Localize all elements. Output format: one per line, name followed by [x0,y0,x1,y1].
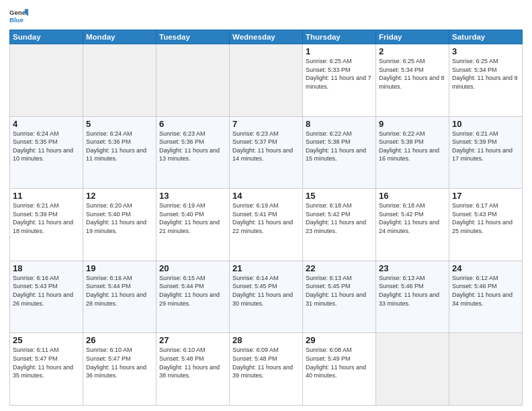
day-number: 16 [379,191,446,201]
day-cell: 28Sunrise: 6:09 AM Sunset: 5:48 PM Dayli… [230,333,303,406]
day-number: 22 [306,263,373,273]
day-info: Sunrise: 6:24 AM Sunset: 5:35 PM Dayligh… [13,130,80,163]
logo: General Blue [9,7,28,26]
logo-icon: General Blue [9,7,28,26]
header: General Blue [9,7,523,26]
day-number: 26 [86,335,153,345]
day-number: 1 [306,46,373,56]
day-cell: 21Sunrise: 6:14 AM Sunset: 5:45 PM Dayli… [230,261,303,333]
day-number: 8 [306,119,373,129]
calendar-table: SundayMondayTuesdayWednesdayThursdayFrid… [9,30,523,406]
day-cell: 29Sunrise: 6:08 AM Sunset: 5:49 PM Dayli… [303,333,376,406]
day-info: Sunrise: 6:19 AM Sunset: 5:40 PM Dayligh… [159,201,226,235]
day-number: 2 [379,46,446,56]
day-info: Sunrise: 6:12 AM Sunset: 5:46 PM Dayligh… [452,274,519,308]
day-cell: 5Sunrise: 6:24 AM Sunset: 5:36 PM Daylig… [83,116,157,189]
day-cell: 4Sunrise: 6:24 AM Sunset: 5:35 PM Daylig… [10,116,83,189]
day-info: Sunrise: 6:24 AM Sunset: 5:36 PM Dayligh… [86,130,153,163]
day-info: Sunrise: 6:14 AM Sunset: 5:45 PM Dayligh… [232,274,300,308]
calendar-body: 1Sunrise: 6:25 AM Sunset: 5:33 PM Daylig… [10,44,523,406]
day-number: 29 [306,335,373,345]
day-cell: 15Sunrise: 6:18 AM Sunset: 5:42 PM Dayli… [303,189,376,261]
day-cell: 8Sunrise: 6:22 AM Sunset: 5:38 PM Daylig… [303,116,376,189]
header-row: SundayMondayTuesdayWednesdayThursdayFrid… [10,30,523,44]
day-cell: 11Sunrise: 6:21 AM Sunset: 5:39 PM Dayli… [10,189,83,261]
day-cell: 2Sunrise: 6:25 AM Sunset: 5:34 PM Daylig… [376,44,449,117]
day-number: 17 [452,191,519,201]
day-number: 10 [452,119,519,129]
day-info: Sunrise: 6:25 AM Sunset: 5:33 PM Dayligh… [306,57,373,91]
day-info: Sunrise: 6:23 AM Sunset: 5:36 PM Dayligh… [159,130,226,163]
header-cell-sunday: Sunday [10,30,83,44]
day-cell: 22Sunrise: 6:13 AM Sunset: 5:45 PM Dayli… [303,261,376,333]
header-cell-tuesday: Tuesday [157,30,230,44]
header-cell-monday: Monday [83,30,157,44]
day-number: 14 [232,191,300,201]
day-info: Sunrise: 6:19 AM Sunset: 5:41 PM Dayligh… [232,201,300,235]
day-info: Sunrise: 6:15 AM Sunset: 5:44 PM Dayligh… [159,274,226,308]
day-cell: 16Sunrise: 6:18 AM Sunset: 5:42 PM Dayli… [376,189,449,261]
day-info: Sunrise: 6:22 AM Sunset: 5:38 PM Dayligh… [379,130,446,163]
day-cell: 27Sunrise: 6:10 AM Sunset: 5:48 PM Dayli… [157,333,230,406]
day-number: 4 [13,119,80,129]
day-info: Sunrise: 6:16 AM Sunset: 5:43 PM Dayligh… [13,274,80,308]
day-cell: 12Sunrise: 6:20 AM Sunset: 5:40 PM Dayli… [83,189,157,261]
day-info: Sunrise: 6:13 AM Sunset: 5:45 PM Dayligh… [306,274,373,308]
day-cell: 18Sunrise: 6:16 AM Sunset: 5:43 PM Dayli… [10,261,83,333]
calendar-page: General Blue SundayMondayTuesdayWednesda… [0,0,532,411]
day-info: Sunrise: 6:20 AM Sunset: 5:40 PM Dayligh… [86,201,153,235]
week-row-4: 25Sunrise: 6:11 AM Sunset: 5:47 PM Dayli… [10,333,523,406]
day-cell: 24Sunrise: 6:12 AM Sunset: 5:46 PM Dayli… [449,261,523,333]
day-number: 28 [232,335,300,345]
day-info: Sunrise: 6:23 AM Sunset: 5:37 PM Dayligh… [232,130,300,163]
day-info: Sunrise: 6:09 AM Sunset: 5:48 PM Dayligh… [232,346,300,379]
day-number: 23 [379,263,446,273]
day-number: 21 [232,263,300,273]
day-cell: 1Sunrise: 6:25 AM Sunset: 5:33 PM Daylig… [303,44,376,117]
svg-text:Blue: Blue [9,16,24,24]
day-cell [449,333,523,406]
day-number: 24 [452,263,519,273]
day-number: 3 [452,46,519,56]
day-number: 15 [306,191,373,201]
day-cell: 13Sunrise: 6:19 AM Sunset: 5:40 PM Dayli… [157,189,230,261]
day-info: Sunrise: 6:10 AM Sunset: 5:48 PM Dayligh… [159,346,226,379]
day-info: Sunrise: 6:18 AM Sunset: 5:42 PM Dayligh… [379,201,446,235]
day-cell [230,44,303,117]
day-cell: 20Sunrise: 6:15 AM Sunset: 5:44 PM Dayli… [157,261,230,333]
day-info: Sunrise: 6:21 AM Sunset: 5:39 PM Dayligh… [452,130,519,163]
day-number: 13 [159,191,226,201]
day-number: 25 [13,335,80,345]
day-cell: 3Sunrise: 6:25 AM Sunset: 5:34 PM Daylig… [449,44,523,117]
day-cell: 6Sunrise: 6:23 AM Sunset: 5:36 PM Daylig… [157,116,230,189]
day-info: Sunrise: 6:11 AM Sunset: 5:47 PM Dayligh… [13,346,80,379]
day-cell: 23Sunrise: 6:13 AM Sunset: 5:46 PM Dayli… [376,261,449,333]
day-info: Sunrise: 6:25 AM Sunset: 5:34 PM Dayligh… [452,57,519,91]
day-cell [157,44,230,117]
day-cell: 10Sunrise: 6:21 AM Sunset: 5:39 PM Dayli… [449,116,523,189]
header-cell-wednesday: Wednesday [230,30,303,44]
week-row-3: 18Sunrise: 6:16 AM Sunset: 5:43 PM Dayli… [10,261,523,333]
day-info: Sunrise: 6:21 AM Sunset: 5:39 PM Dayligh… [13,201,80,235]
day-info: Sunrise: 6:13 AM Sunset: 5:46 PM Dayligh… [379,274,446,308]
day-number: 12 [86,191,153,201]
calendar-header: SundayMondayTuesdayWednesdayThursdayFrid… [10,30,523,44]
header-cell-thursday: Thursday [303,30,376,44]
day-number: 7 [232,119,300,129]
day-cell: 9Sunrise: 6:22 AM Sunset: 5:38 PM Daylig… [376,116,449,189]
day-info: Sunrise: 6:08 AM Sunset: 5:49 PM Dayligh… [306,346,373,379]
day-number: 19 [86,263,153,273]
day-info: Sunrise: 6:17 AM Sunset: 5:43 PM Dayligh… [452,201,519,235]
day-cell: 14Sunrise: 6:19 AM Sunset: 5:41 PM Dayli… [230,189,303,261]
header-cell-saturday: Saturday [449,30,523,44]
week-row-0: 1Sunrise: 6:25 AM Sunset: 5:33 PM Daylig… [10,44,523,117]
day-number: 5 [86,119,153,129]
week-row-2: 11Sunrise: 6:21 AM Sunset: 5:39 PM Dayli… [10,189,523,261]
day-cell: 7Sunrise: 6:23 AM Sunset: 5:37 PM Daylig… [230,116,303,189]
day-cell: 25Sunrise: 6:11 AM Sunset: 5:47 PM Dayli… [10,333,83,406]
day-info: Sunrise: 6:22 AM Sunset: 5:38 PM Dayligh… [306,130,373,163]
week-row-1: 4Sunrise: 6:24 AM Sunset: 5:35 PM Daylig… [10,116,523,189]
day-number: 27 [159,335,226,345]
day-info: Sunrise: 6:18 AM Sunset: 5:42 PM Dayligh… [306,201,373,235]
day-info: Sunrise: 6:25 AM Sunset: 5:34 PM Dayligh… [379,57,446,91]
